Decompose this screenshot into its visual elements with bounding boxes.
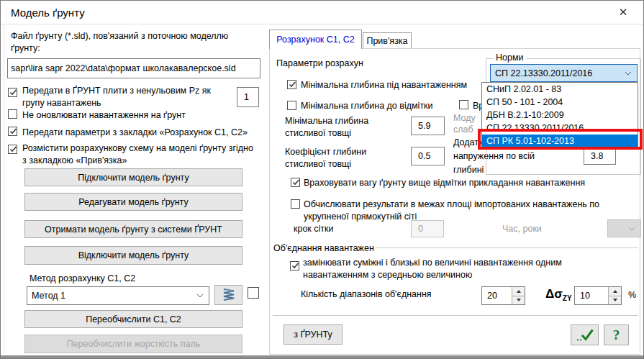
merge-group-label: Об'єднання навантажен <box>273 242 374 255</box>
chevron-down-icon <box>196 294 204 298</box>
checkbox-min-depth-under-load-label: Мінімальна глибина під навантаженням <box>301 79 467 91</box>
norms-combobox-value: СП 22.13330.2011/2016 <box>495 68 592 78</box>
get-soil-model-button[interactable]: Отримати модель ґрунту з системи ҐРУНТ <box>24 220 242 238</box>
spin-down-icon[interactable] <box>609 296 621 305</box>
checkbox-merge-loads[interactable] <box>290 261 299 271</box>
merge-ranges-label: Кількість діапазонів об'єднання <box>301 288 432 301</box>
check-icon <box>9 127 18 136</box>
chevron-down-icon <box>625 71 632 76</box>
method-combobox[interactable]: Метод 1 <box>27 286 209 305</box>
hidden-checkbox[interactable] <box>459 100 468 109</box>
checkbox-no-update-load-label: Не оновлювати навантаження на ґрунт <box>22 109 186 122</box>
merge-ranges-value: 20 <box>482 287 512 304</box>
grid-step-input[interactable] <box>411 220 444 237</box>
check-icon <box>9 88 18 97</box>
check-icon <box>291 178 301 187</box>
edit-soil-model-button[interactable]: Редагувати модель ґрунту <box>24 193 242 211</box>
norms-dropdown-list: СНиП 2.02.01 - 83 СП 50 - 101 - 2004 ДБН… <box>481 82 638 148</box>
norms-option-4[interactable]: СП 22.13330.2011/2016 <box>482 122 638 135</box>
depth-coefficient-label: Коефіцієнт глибини стисливої товщі <box>285 146 366 171</box>
left-inner-border <box>4 24 4 354</box>
checkbox-min-depth-to-mark-label: Мінімальна глибина до відмітки <box>301 100 433 112</box>
checkbox-place-scheme[interactable] <box>8 145 17 154</box>
checkbox-min-depth-to-mark[interactable] <box>287 101 296 110</box>
window-bottom-edge <box>1 355 644 358</box>
spin-up-icon[interactable] <box>609 287 621 296</box>
connect-soil-model-button[interactable]: Підключити модель ґрунту <box>24 168 242 186</box>
delta-sigma-value: 10 <box>575 287 608 304</box>
recalculate-c1c2-button[interactable]: Переобчислити С1, С2 <box>24 310 242 328</box>
file-label: Файл ґрунту (*.sld), пов'язаний з поточн… <box>11 30 228 55</box>
checkbox-merge-loads-label: замінювати суміжні і близькі по величині… <box>303 257 562 281</box>
file-path-input[interactable] <box>7 58 260 78</box>
tab-binding[interactable]: Прив'язка <box>363 32 412 48</box>
method-extra-checkbox[interactable] <box>248 287 259 299</box>
titlebar-separator <box>1 24 644 24</box>
checkbox-transfer-params[interactable] <box>8 127 17 136</box>
hidden-gray-text-1: Моду <box>453 112 476 124</box>
delta-sigma-subscript: ZY <box>563 294 572 302</box>
hidden-gray-text-2: слаб <box>453 124 473 136</box>
delta-sigma-label: ΔσZY <box>545 287 572 302</box>
checkbox-transfer-pz[interactable] <box>8 88 17 97</box>
spring-icon <box>220 287 237 303</box>
checkbox-min-depth-under-load[interactable] <box>287 80 296 89</box>
chevron-down-icon <box>628 227 635 231</box>
disconnect-soil-model-button[interactable]: Відключити модель ґрунту <box>24 246 242 265</box>
apply-button[interactable] <box>571 324 599 345</box>
norms-combobox[interactable]: СП 22.13330.2011/2016 <box>490 64 638 82</box>
norms-option-2[interactable]: СП 50 - 101 - 2004 <box>482 96 638 109</box>
question-mark-icon: ? <box>613 327 620 343</box>
norms-option-3[interactable]: ДБН В.2.1-10:2009 <box>482 109 638 122</box>
method-combobox-value: Метод 1 <box>32 291 65 301</box>
from-grunt-button[interactable]: з ҐРУНТу <box>284 324 343 345</box>
checkbox-transfer-pz-label: Передати в ҐРУНТ плити з ненульовим Pz я… <box>22 85 238 109</box>
norms-option-5-selected[interactable]: СП РК 5.01-102-2013 <box>482 135 638 147</box>
delta-sigma-symbol: Δσ <box>545 287 563 301</box>
help-button[interactable]: ? <box>604 324 629 345</box>
norms-option-1[interactable]: СНиП 2.02.01 - 83 <box>482 83 638 96</box>
check-icon <box>9 145 18 154</box>
spin-up-icon[interactable] <box>512 287 525 296</box>
time-years-label: Час, роки <box>502 223 542 235</box>
green-check-icon <box>576 328 594 342</box>
check-icon <box>288 80 297 89</box>
dialog-title: Модель ґрунту <box>11 6 85 19</box>
close-icon[interactable]: ✕ <box>612 3 635 22</box>
bottom-separator <box>273 315 638 316</box>
percent-label: % <box>628 289 636 301</box>
norms-group-label: Норми <box>493 53 527 63</box>
recalculate-pile-stiffness-button[interactable]: Переобчислити жорсткість паль <box>24 335 242 353</box>
merge-ranges-spinner[interactable]: 20 <box>481 286 525 305</box>
tab-calc-c1c2[interactable]: Розрахунок С1, С2 <box>269 29 362 49</box>
method-label: Метод розрахунку С1, С2 <box>30 273 135 285</box>
time-years-combobox[interactable] <box>607 219 641 237</box>
spin-down-icon[interactable] <box>512 296 525 305</box>
spinner-buttons <box>608 287 621 304</box>
checkbox-compute-results-grid[interactable] <box>291 199 300 209</box>
merge-group-line <box>376 247 638 248</box>
depth-coefficient-input[interactable] <box>411 147 445 165</box>
min-depth-input[interactable] <box>411 117 445 135</box>
pz-group-count-input[interactable] <box>237 87 259 107</box>
soil-model-dialog: Модель ґрунту ✕ Файл ґрунту (*.sld), пов… <box>0 0 644 359</box>
delta-sigma-spinner[interactable]: 10 <box>574 286 622 305</box>
check-icon <box>291 261 300 271</box>
checkbox-compute-results-grid-label: Обчислювати результати в межах площі імп… <box>304 199 599 223</box>
params-group-label: Параметри розрахун <box>276 58 363 70</box>
spring-stiffness-button[interactable] <box>214 285 242 305</box>
min-depth-label: Мінімальна глибина стисливої товщі <box>285 115 368 140</box>
checkbox-transfer-params-label: Передати параметри з закладки «Розрахуно… <box>22 127 248 139</box>
checkbox-account-soil-weight[interactable] <box>291 178 300 187</box>
spinner-buttons <box>512 287 525 304</box>
checkbox-no-update-load[interactable] <box>8 109 17 119</box>
grid-step-label: крок сітки <box>294 223 334 235</box>
checkbox-account-soil-weight-label: Враховувати вагу ґрунту вище відмітки пр… <box>304 177 585 189</box>
checkbox-place-scheme-label: Розмістити розрахункову схему на моделі … <box>22 142 267 167</box>
